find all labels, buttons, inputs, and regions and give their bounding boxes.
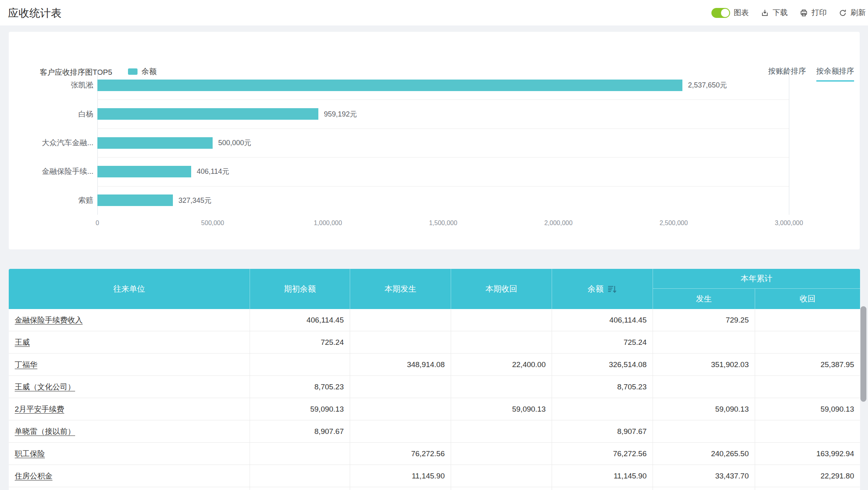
bar-segment[interactable]	[97, 166, 191, 177]
cell-unit-name: 王威（文化公司）	[9, 376, 250, 398]
cell-unit-name: 2月平安手续费	[9, 398, 250, 420]
download-label: 下载	[773, 8, 788, 18]
bar-chart-plot: 张凯淞2,537,650元白杨959,192元大众汽车金融...500,000元…	[9, 32, 860, 249]
col-header-year-incurred: 发生	[653, 289, 755, 309]
bar-category-label: 白杨	[9, 109, 93, 119]
x-axis-tick-label: 3,000,000	[757, 220, 821, 227]
cell-amount	[250, 443, 350, 465]
x-axis-tick-label: 0	[66, 220, 129, 227]
table-row: 丁福华348,914.0822,400.00326,514.08351,902.…	[9, 354, 860, 376]
cell-amount: 351,902.03	[653, 354, 755, 375]
x-axis-tick-label: 2,500,000	[642, 220, 705, 227]
col-header-unit: 往来单位	[9, 269, 250, 309]
col-header-balance-sortable[interactable]: 余额	[552, 269, 653, 309]
cell-amount	[451, 309, 552, 331]
cell-amount	[350, 487, 451, 490]
table-row	[9, 487, 860, 490]
refresh-label: 刷新	[851, 8, 866, 18]
cell-unit-name: 金融保险手续费收入	[9, 309, 250, 331]
download-icon	[761, 9, 769, 17]
x-axis-tick-label: 2,000,000	[527, 220, 590, 227]
cell-amount: 348,914.08	[350, 354, 451, 375]
cell-amount: 240,265.50	[653, 443, 755, 465]
print-button[interactable]: 打印	[800, 8, 827, 18]
bar-category-label: 大众汽车金融...	[9, 138, 93, 148]
chart-toggle-label: 图表	[734, 8, 749, 18]
cell-amount	[755, 376, 860, 398]
chart-toggle[interactable]	[711, 8, 730, 18]
unit-link[interactable]: 住房公积金	[15, 471, 52, 481]
unit-link[interactable]: 王威	[15, 337, 30, 348]
cell-amount: 22,291.80	[755, 465, 860, 487]
cell-amount	[250, 465, 350, 487]
col-header-current-received: 本期收回	[451, 269, 552, 309]
table-row: 职工保险76,272.5676,272.56240,265.50163,992.…	[9, 443, 860, 465]
bar-segment[interactable]	[97, 80, 682, 91]
bar-segment[interactable]	[97, 137, 213, 149]
table-body: 金融保险手续费收入406,114.45406,114.45729.25王威725…	[9, 309, 860, 490]
cell-amount	[653, 420, 755, 442]
cell-amount: 33,437.70	[653, 465, 755, 487]
category-split-line	[97, 128, 789, 129]
cell-amount: 406,114.45	[552, 309, 653, 331]
cell-amount	[350, 376, 451, 398]
cell-amount	[451, 376, 552, 398]
cell-amount: 163,992.94	[755, 443, 860, 465]
cell-amount	[451, 420, 552, 442]
unit-link[interactable]: 单晓雷（接以前）	[15, 426, 75, 437]
cell-amount	[451, 331, 552, 353]
x-axis-tick-label: 1,500,000	[411, 220, 475, 227]
page-title: 应收统计表	[8, 6, 62, 20]
table-row: 金融保险手续费收入406,114.45406,114.45729.25	[9, 309, 860, 331]
cell-amount	[451, 487, 552, 490]
cell-amount: 59,090.13	[451, 398, 552, 420]
cell-amount: 8,907.67	[250, 420, 350, 442]
bar-segment[interactable]	[97, 108, 318, 120]
cell-amount: 76,272.56	[350, 443, 451, 465]
topbar: 应收统计表 图表 下载 打印	[0, 0, 868, 25]
unit-link[interactable]: 职工保险	[15, 449, 45, 459]
vertical-scrollbar-thumb[interactable]	[860, 306, 866, 402]
cell-amount	[755, 331, 860, 353]
print-icon	[800, 9, 808, 17]
cell-amount	[250, 487, 350, 490]
unit-link[interactable]: 2月平安手续费	[15, 404, 64, 414]
bar-value-label: 959,192元	[324, 110, 357, 119]
chart-toggle-group[interactable]: 图表	[711, 8, 749, 18]
x-axis-tick-label: 500,000	[181, 220, 244, 227]
cell-unit-name: 丁福华	[9, 354, 250, 375]
unit-link[interactable]: 王威（文化公司）	[15, 382, 75, 392]
unit-link[interactable]: 金融保险手续费收入	[15, 315, 83, 325]
bar-category-label: 张凯淞	[9, 80, 93, 90]
cell-unit-name: 单晓雷（接以前）	[9, 420, 250, 442]
table-row: 王威（文化公司）8,705.238,705.23	[9, 376, 860, 398]
cell-amount	[451, 465, 552, 487]
topbar-actions: 图表 下载 打印 刷新	[711, 0, 866, 25]
bar-value-label: 2,537,650元	[688, 81, 727, 89]
cell-amount: 725.24	[552, 331, 653, 353]
chart-card: 客户应收排序图TOP5 余额 按账龄排序 按余额排序 张凯淞2,537,650元…	[9, 32, 860, 249]
cell-amount	[350, 331, 451, 353]
download-button[interactable]: 下载	[761, 8, 788, 18]
x-axis-tick-label: 1,000,000	[296, 220, 360, 227]
col-header-year-received: 收回	[755, 289, 860, 309]
cell-amount	[350, 398, 451, 420]
col-header-current-incurred: 本期发生	[350, 269, 451, 309]
receivables-table: 往来单位 期初余额 本期发生 本期收回 余额 本年累计 发生 收回 金融保险手续…	[9, 269, 860, 490]
unit-link[interactable]: 丁福华	[15, 360, 37, 370]
cell-amount	[755, 309, 860, 331]
toggle-knob	[721, 9, 729, 17]
balance-header-label: 余额	[588, 284, 604, 294]
category-split-line	[97, 99, 789, 100]
refresh-button[interactable]: 刷新	[839, 8, 866, 18]
bar-segment[interactable]	[97, 194, 173, 206]
table-header: 往来单位 期初余额 本期发生 本期收回 余额 本年累计 发生 收回	[9, 269, 860, 309]
cell-amount: 25,387.95	[755, 354, 860, 375]
category-split-line	[97, 186, 789, 187]
bar-category-label: 金融保险手续...	[9, 167, 93, 176]
sort-descending-icon[interactable]	[607, 284, 617, 294]
col-group-header-year-total: 本年累计	[653, 269, 860, 289]
plot-right-boundary	[789, 71, 789, 215]
cell-unit-name: 住房公积金	[9, 465, 250, 487]
cell-amount	[552, 487, 653, 490]
